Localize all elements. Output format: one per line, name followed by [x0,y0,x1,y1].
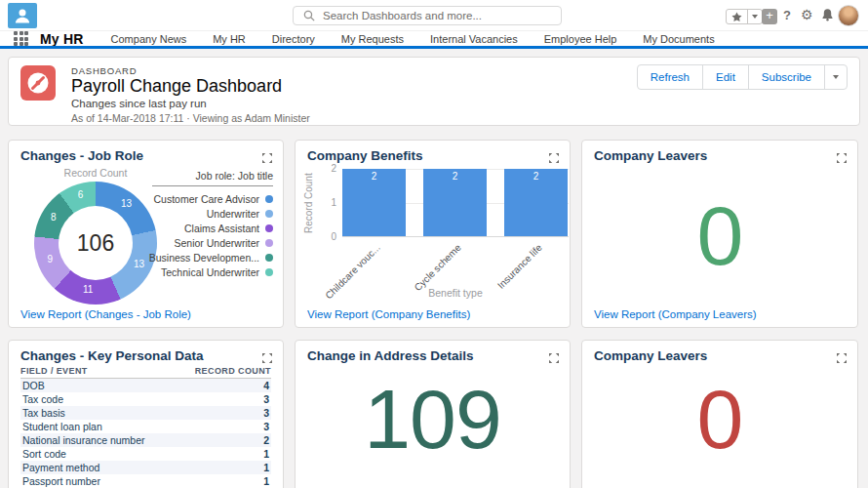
nav-tab-my-hr[interactable]: My HR [213,33,246,45]
bar-chart[interactable]: Record Count 2 1 0 222 Benefit type Chil… [296,141,570,327]
expand-icon [261,352,273,364]
user-avatar[interactable] [838,5,859,26]
metric-value: 0 [582,366,857,471]
app-name[interactable]: My HR [40,31,84,47]
record-count-cell: 3 [263,421,269,432]
card-changes-job-role: Changes - Job Role Record Count 106 1313… [8,140,284,328]
field-event-cell: Student loan plan [22,421,102,432]
bar-value-label: 2 [342,171,406,182]
legend-item[interactable]: Customer Care Advisor [152,191,273,206]
subscribe-button[interactable]: Subscribe [749,65,825,89]
record-type-label: DASHBOARD [71,65,137,76]
view-report-link[interactable]: View Report (Changes - Job Role) [20,308,191,320]
y-axis-title: Record Count [303,173,314,233]
table-row[interactable]: Payment method1 [20,461,271,474]
search-input[interactable] [323,10,561,21]
legend-swatch [265,268,273,276]
salesforce-dashboard-screen: ? My HR Company NewsMy HRDirectoryMy Req… [0,0,868,488]
bar-value-label: 2 [504,171,568,182]
view-report-link[interactable]: View Report (Company Benefits) [307,308,470,320]
global-search[interactable] [293,6,562,25]
setup-button[interactable] [801,7,813,22]
help-button[interactable]: ? [783,8,791,22]
table-row[interactable]: Student loan plan3 [20,420,271,433]
nav-tab-employee-help[interactable]: Employee Help [544,33,617,45]
expand-button[interactable] [548,350,560,362]
table-row[interactable]: Tax basis3 [20,406,271,420]
nav-tab-directory[interactable]: Directory [272,33,315,45]
table-row[interactable]: Sort code1 [20,447,271,461]
bar-insurance-life[interactable]: 2 [504,169,568,236]
card-change-in-address: Change in Address Details 109 [295,340,571,488]
expand-button[interactable] [836,350,848,362]
card-key-personal-data: Changes - Key Personal Data FIELD / EVEN… [8,340,284,488]
app-launcher-button[interactable] [14,31,28,46]
refresh-button[interactable]: Refresh [638,65,703,89]
app-nav-bar: My HR Company NewsMy HRDirectoryMy Reque… [0,31,868,46]
legend-item[interactable]: Underwriter [152,206,273,221]
x-axis-line [342,236,569,237]
view-report-link[interactable]: View Report (Company Leavers) [594,308,757,320]
bar-cycle-scheme[interactable]: 2 [423,169,487,236]
y-tick: 1 [321,197,336,208]
notifications-button[interactable] [821,8,834,25]
metric-value: 0 [582,166,857,304]
expand-icon [836,152,848,164]
waffle-icon [14,31,18,35]
card-company-leavers-bottom: Company Leavers 0 [581,340,858,488]
card-title: Changes - Job Role [20,148,143,163]
expand-icon [548,352,560,364]
legend-item[interactable]: Technical Underwriter [152,264,273,279]
favorites-button[interactable] [727,10,748,23]
expand-button[interactable] [261,350,273,362]
field-event-cell: Tax basis [22,407,65,419]
nav-tab-internal-vacancies[interactable]: Internal Vacancies [430,33,518,45]
donut-segment-label: 6 [71,189,91,200]
nav-tab-my-documents[interactable]: My Documents [643,33,714,45]
data-table: FIELD / EVENT RECORD COUNT DOB4Tax code3… [20,364,271,488]
donut-segment-label: 13 [130,259,149,269]
table-row[interactable]: National insurance number2 [20,433,271,447]
expand-button[interactable] [261,150,273,162]
chevron-down-icon [752,15,758,19]
legend-item[interactable]: Claims Assistant [152,221,273,235]
table-row[interactable]: Passport number1 [20,474,271,488]
donut-segment-label: 11 [78,284,98,295]
field-event-cell: National insurance number [22,434,145,446]
nav-tabs: Company NewsMy HRDirectoryMy RequestsInt… [111,33,715,45]
legend-title: Job role: Job title [152,170,273,186]
card-title: Change in Address Details [307,348,474,363]
nav-tab-my-requests[interactable]: My Requests [341,33,404,45]
nav-tab-company-news[interactable]: Company News [111,33,187,45]
legend-item[interactable]: Business Developmen... [152,250,273,264]
edit-button[interactable]: Edit [703,65,749,89]
y-tick: 0 [321,231,336,242]
table-row[interactable]: DOB4 [20,379,271,392]
favorites-menu-button[interactable] [748,10,762,23]
field-event-cell: DOB [22,380,45,391]
card-company-leavers-top: Company Leavers 0 View Report (Company L… [581,140,858,328]
legend-label: Business Developmen... [149,252,259,264]
table-row[interactable]: Tax code3 [20,392,271,406]
card-title: Company Leavers [594,348,707,363]
donut-chart[interactable]: 106 131311986 [34,182,157,305]
more-actions-button[interactable] [825,65,847,89]
legend-label: Underwriter [207,208,259,220]
record-count-cell: 1 [263,475,269,487]
person-icon [13,6,32,25]
card-title: Changes - Key Personal Data [20,348,204,363]
legend-label: Senior Underwriter [174,237,259,249]
expand-icon [261,152,273,164]
global-actions-button[interactable] [762,9,777,24]
org-logo[interactable] [8,3,37,28]
field-event-cell: Payment method [22,462,99,473]
bar-childcare-vouc-[interactable]: 2 [342,169,406,236]
chevron-down-icon [833,75,839,79]
page-meta: As of 14-Mar-2018 17:11 · Viewing as Ada… [71,112,310,124]
donut-axis-title: Record Count [32,167,159,179]
record-count-cell: 2 [263,434,269,446]
column-header: FIELD / EVENT [20,366,88,376]
legend-label: Customer Care Advisor [153,193,259,205]
legend-item[interactable]: Senior Underwriter [152,235,273,250]
expand-button[interactable] [836,150,848,162]
